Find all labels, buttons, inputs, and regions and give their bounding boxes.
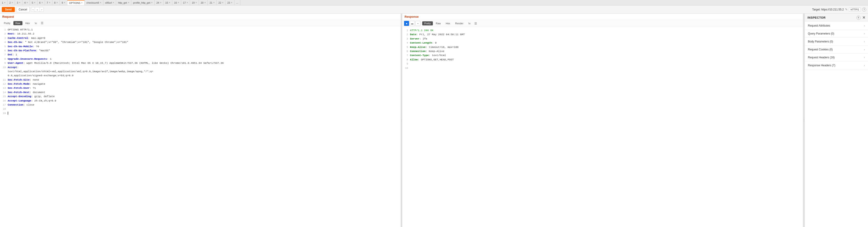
view-icon-grid[interactable]: ■ [404,21,409,26]
http-version[interactable]: HTTP/1 [849,7,861,11]
request-view-newline[interactable]: \n [33,21,39,25]
tab-close-icon[interactable]: × [204,1,206,4]
main-layout: Request Pretty Raw Hex \n ☰ 1OPTIONS HTT… [0,13,868,227]
tab-item[interactable]: 5× [30,0,37,5]
line-number: 11 [2,78,6,82]
response-view-hex[interactable]: Hex [444,21,453,25]
tab-item[interactable]: 2× [7,0,15,5]
tab-close-icon[interactable]: × [41,1,43,4]
tab-item[interactable]: x86url× [103,0,116,5]
request-menu-button[interactable]: ☰ [40,21,44,25]
tab-close-icon[interactable]: × [128,1,129,4]
tab-item[interactable]: 7× [45,0,52,5]
inspector-section-1[interactable]: Query Parameters (0)› [805,30,868,38]
tab-item[interactable]: 23× [225,0,234,5]
tab-close-icon[interactable]: × [27,1,28,4]
tab-item[interactable]: 21× [208,0,217,5]
line-number: 7 [405,53,408,57]
response-menu-button[interactable]: ☰ [473,21,478,26]
inspector-section-3[interactable]: Request Cookies (0)› [805,46,868,54]
tab-close-icon[interactable]: × [213,1,215,4]
tab-label: 16 [174,1,177,4]
view-icon-lines[interactable]: ▬ [410,21,415,26]
tab-item[interactable]: 17× [181,0,190,5]
tab-item[interactable]: 20× [199,0,208,5]
tab-item[interactable]: 9× [60,0,67,5]
tab-item[interactable]: ... [235,0,240,5]
response-line: 10 [405,66,801,70]
tab-label: 24 [156,1,159,4]
line-content: Dnt: 1 [8,53,398,57]
tab-close-icon[interactable]: × [19,1,21,4]
tab-item[interactable]: 22× [217,0,225,5]
tab-item[interactable]: 4× [23,0,30,5]
tab-close-icon[interactable]: × [11,1,13,4]
tab-label: 8 [54,1,56,4]
tab-close-icon[interactable]: × [231,1,232,4]
inspector-close-icon[interactable]: ✕ [862,16,866,20]
nav-down-button[interactable]: ⌄ [35,7,40,11]
response-view-pretty[interactable]: Pretty [422,21,433,25]
tab-close-icon[interactable]: × [169,1,170,4]
line-number: 17 [2,103,6,107]
tab-item[interactable]: checksum8× [85,0,103,5]
tab-close-icon[interactable]: × [64,1,65,4]
tab-close-icon[interactable]: × [4,1,5,4]
help-icon[interactable]: ? [862,7,866,11]
line-content: Sec-Ch-Ua-Platform: "macOS" [8,49,398,53]
response-line: 6Connection: Keep-Alive [405,49,801,53]
tab-item[interactable]: 6× [37,0,45,5]
tab-item[interactable]: profile_http_get× [131,0,155,5]
tab-close-icon[interactable]: × [187,1,188,4]
request-panel: Request Pretty Raw Hex \n ☰ 1OPTIONS HTT… [0,13,401,227]
tab-item[interactable]: 1× [0,0,7,5]
request-view-hex[interactable]: Hex [23,21,32,25]
tabs-bar[interactable]: 1×2×3×4×5×6×7×8×9×OPTIONS×checksum8×x86u… [0,0,868,5]
tab-close-icon[interactable]: × [34,1,35,4]
request-view-pretty[interactable]: Pretty [2,21,12,25]
tab-close-icon[interactable]: × [100,1,101,4]
inspector-sections: Request Attributes›Query Parameters (0)›… [805,22,868,69]
response-view-render[interactable]: Render [453,21,465,25]
edit-icon[interactable]: ✎ [845,8,847,11]
inspector-section-0[interactable]: Request Attributes› [805,22,868,30]
tab-close-icon[interactable]: × [160,1,161,4]
tab-item[interactable]: http_get× [116,0,131,5]
response-view-newline[interactable]: \n [466,21,472,25]
line-content [8,107,398,111]
tab-item[interactable]: 16× [172,0,181,5]
tab-close-icon[interactable]: × [81,2,83,4]
response-view-raw[interactable]: Raw [434,21,443,25]
nav-forward-button[interactable]: › [40,7,43,11]
tab-label: 4 [24,1,26,4]
line-number [2,74,6,78]
cancel-button[interactable]: Cancel [16,7,29,12]
inspector-section-4[interactable]: Request Headers (16)› [805,54,868,61]
tab-item[interactable]: OPTIONS× [67,0,85,5]
view-icon-compact[interactable]: ▪ [415,21,421,26]
tab-item[interactable]: 8× [52,0,60,5]
tab-close-icon[interactable]: × [195,1,197,4]
line-content: Host: 10.211.55.2 [8,32,398,36]
send-button[interactable]: Send [2,7,15,12]
tab-close-icon[interactable]: × [151,1,153,4]
tab-close-icon[interactable]: × [222,1,224,4]
tab-item[interactable]: 19× [190,0,199,5]
request-line: 9User-Agent: wget Mozilla/5.0 (Macintosh… [2,61,398,65]
tab-item[interactable]: 15× [163,0,172,5]
tab-item[interactable]: 3× [15,0,23,5]
inspector-section-2[interactable]: Body Parameters (0)› [805,38,868,46]
tab-item[interactable]: 24× [155,0,163,5]
request-view-raw[interactable]: Raw [13,21,23,25]
tab-close-icon[interactable]: × [49,1,50,4]
tab-close-icon[interactable]: × [113,1,114,4]
response-line: 1HTTP/1.1 200 OK [405,28,801,32]
nav-back-button[interactable]: ‹ [31,7,35,11]
tab-close-icon[interactable]: × [57,1,58,4]
response-code-area[interactable]: 1HTTP/1.1 200 OK2Date: Fri, 27 May 2022 … [402,27,803,227]
request-code-area[interactable]: 1OPTIONS HTTP/1.12Host: 10.211.55.23Cach… [0,26,401,227]
inspector-section-5[interactable]: Response Headers (7)› [805,61,868,69]
line-number: 5 [405,45,408,49]
tab-close-icon[interactable]: × [178,1,179,4]
inspector-help-icon[interactable]: ? [857,16,861,20]
